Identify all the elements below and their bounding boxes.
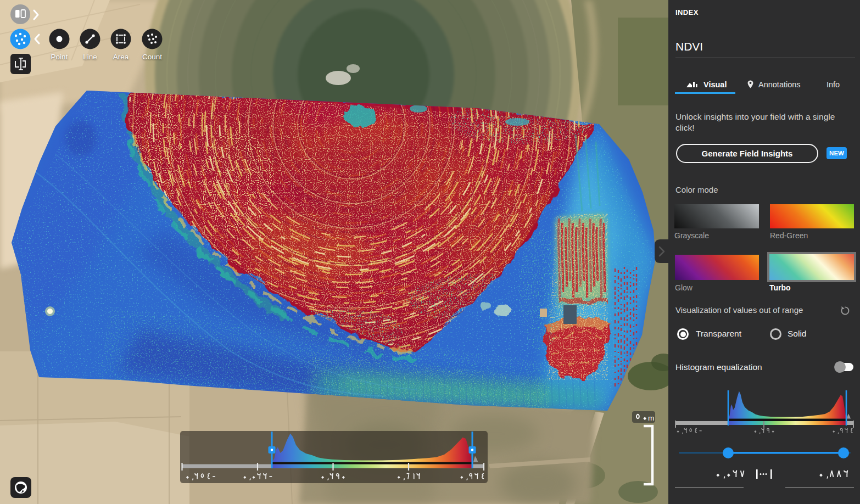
svg-text:Line: Line <box>83 53 97 61</box>
svg-text:Area: Area <box>113 53 129 61</box>
svg-text:Count: Count <box>142 53 162 61</box>
svg-text:m: m <box>648 414 654 422</box>
svg-text:Point: Point <box>51 53 68 61</box>
